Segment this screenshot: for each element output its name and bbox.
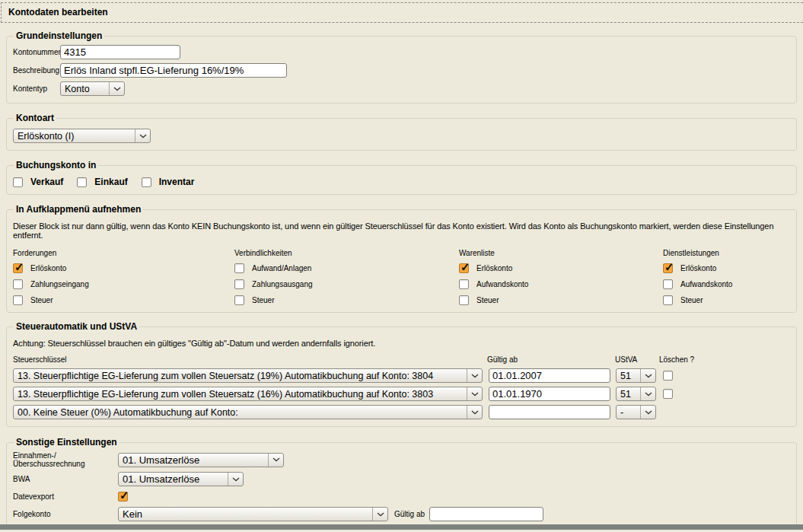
checkbox-label: Aufwand/Anlagen (252, 264, 311, 272)
gueltig-ab-input-2[interactable] (489, 387, 610, 401)
ustva-select-1[interactable]: 51 (616, 368, 656, 383)
folgekonto-gueltig-ab-label: Gültig ab (394, 510, 425, 518)
gueltig-ab-input-1[interactable] (489, 368, 610, 383)
checkbox-forderungen-zahlungseingang[interactable] (13, 279, 23, 289)
euer-select[interactable]: 01. Umsatzerlöse (118, 453, 284, 467)
checkbox-dienstleistungen-aufwandskonto[interactable] (663, 279, 673, 289)
datevexport-label: Datevexport (13, 492, 118, 501)
checkbox-inventar-label: Inventar (159, 177, 195, 187)
beschreibung-label: Beschreibung (13, 66, 60, 75)
checkbox-verbindlichkeiten-steuer[interactable] (234, 295, 244, 305)
kontentyp-select-value: Konto (65, 84, 106, 94)
col-header-ustva: UStVA (615, 355, 637, 364)
folgekonto-gueltig-ab-input[interactable] (429, 507, 543, 521)
section-sonstige-legend: Sonstige Einstellungen (14, 437, 119, 448)
checkbox-verkauf[interactable] (13, 177, 23, 187)
steuerschluessel-select-3[interactable]: 00. Keine Steuer (0%) Automatikbuchung a… (13, 405, 483, 419)
checkbox-label: Zahlungseingang (30, 280, 89, 288)
folgekonto-label: Folgekonto (13, 510, 118, 518)
page-title: Kontodaten bearbeiten (1, 2, 803, 23)
chevron-down-icon (467, 387, 482, 400)
datevexport-checkbox[interactable] (118, 492, 128, 502)
ustva-select-2-value: 51 (620, 389, 637, 400)
chevron-down-icon (228, 473, 243, 486)
ustva-select-3-value: - (620, 407, 637, 418)
checkbox-label: Erlöskonto (476, 264, 512, 272)
footer-bar (0, 524, 803, 530)
section-steuerautomatik: Steuerautomatik und UStVA Achtung: Steue… (6, 321, 797, 427)
checkbox-label: Erlöskonto (30, 264, 66, 272)
steuerschluessel-select-2[interactable]: 13. Steuerpflichtige EG-Lieferung zum vo… (13, 387, 483, 401)
checkbox-label: Aufwandskonto (680, 280, 732, 288)
checkbox-label: Zahlungsausgang (252, 280, 313, 288)
checkbox-dienstleistungen-steuer[interactable] (663, 295, 673, 305)
steuerautomatik-warning: Achtung: Steuerschlüssel brauchen ein gü… (13, 339, 790, 348)
checkbox-inventar[interactable] (142, 177, 151, 187)
section-grundeinstellungen: Grundeinstellungen Kontonummer Beschreib… (6, 30, 797, 104)
bwa-label: BWA (13, 475, 118, 483)
kontoart-select-value: Erlöskonto (I) (18, 131, 132, 142)
loeschen-checkbox-1[interactable] (663, 371, 673, 381)
col-header-gueltig-ab: Gültig ab (487, 355, 518, 364)
section-buchungskonto-legend: Buchungskonto in (14, 160, 98, 170)
checkbox-warenliste-erloeskonto[interactable] (459, 263, 469, 273)
column-dienstleistungen: Dienstleistungen Erlöskonto Aufwandskont… (663, 249, 790, 305)
folgekonto-select[interactable]: Kein (118, 507, 388, 521)
section-sonstige: Sonstige Einstellungen Einnahmen-/Übersc… (6, 437, 797, 529)
gueltig-ab-input-3[interactable] (489, 405, 610, 419)
checkbox-warenliste-steuer[interactable] (459, 295, 469, 305)
column-dienstleistungen-header: Dienstleistungen (663, 249, 790, 257)
checkbox-forderungen-steuer[interactable] (13, 295, 23, 305)
section-kontoart-legend: Kontoart (14, 113, 56, 123)
column-warenliste-header: Warenliste (459, 249, 663, 257)
chevron-down-icon (640, 406, 655, 419)
ustva-select-2[interactable]: 51 (616, 387, 656, 401)
checkbox-label: Steuer (252, 296, 274, 304)
bwa-select[interactable]: 01. Umsatzerlöse (118, 472, 244, 486)
section-steuerautomatik-legend: Steuerautomatik und UStVA (14, 321, 139, 332)
checkbox-forderungen-erloeskonto[interactable] (13, 263, 23, 273)
checkbox-verbindlichkeiten-zahlungsausgang[interactable] (234, 279, 244, 289)
kontentyp-label: Kontentyp (13, 84, 60, 93)
tax-row: 13. Steuerpflichtige EG-Lieferung zum vo… (13, 387, 790, 401)
section-aufklappmenu-legend: In Aufklappmenü aufnehmen (14, 204, 143, 215)
tax-row: 00. Keine Steuer (0%) Automatikbuchung a… (13, 405, 790, 419)
column-verbindlichkeiten-header: Verbindlichkeiten (234, 249, 459, 257)
checkbox-einkauf-label: Einkauf (94, 177, 127, 187)
folgekonto-select-value: Kein (123, 508, 369, 520)
col-header-loeschen: Löschen ? (659, 355, 694, 364)
checkbox-verkauf-label: Verkauf (30, 177, 63, 187)
section-aufklappmenu: In Aufklappmenü aufnehmen Dieser Block i… (6, 204, 797, 313)
section-grundeinstellungen-legend: Grundeinstellungen (14, 30, 104, 41)
chevron-down-icon (640, 369, 655, 382)
kontoart-select[interactable]: Erlöskonto (I) (13, 129, 151, 143)
checkbox-label: Steuer (476, 296, 499, 304)
euer-select-value: 01. Umsatzerlöse (123, 454, 265, 466)
checkbox-label: Steuer (30, 296, 53, 304)
kontonummer-label: Kontonummer (13, 48, 60, 56)
checkbox-warenliste-aufwandskonto[interactable] (459, 279, 469, 289)
checkbox-dienstleistungen-erloeskonto[interactable] (663, 263, 673, 273)
chevron-down-icon (640, 387, 655, 400)
loeschen-checkbox-2[interactable] (663, 389, 673, 399)
ustva-select-3[interactable]: - (616, 405, 656, 419)
checkbox-verbindlichkeiten-aufwand-anlagen[interactable] (234, 263, 244, 273)
chevron-down-icon (135, 129, 150, 142)
steuerschluessel-select-1[interactable]: 13. Steuerpflichtige EG-Lieferung zum vo… (13, 368, 483, 383)
chevron-down-icon (268, 454, 283, 467)
section-buchungskonto: Buchungskonto in Verkauf Einkauf Inventa… (6, 160, 797, 195)
column-forderungen-header: Forderungen (13, 249, 234, 257)
ustva-select-1-value: 51 (620, 371, 637, 381)
kontonummer-input[interactable] (60, 45, 180, 59)
steuerschluessel-select-2-value: 13. Steuerpflichtige EG-Lieferung zum vo… (18, 389, 464, 400)
kontentyp-select[interactable]: Konto (60, 81, 125, 96)
checkbox-label: Aufwandskonto (476, 280, 528, 288)
aufklappmenu-note: Dieser Block ist nur dann gültig, wenn d… (13, 221, 790, 240)
beschreibung-input[interactable] (60, 63, 287, 78)
checkbox-label: Steuer (680, 296, 703, 304)
checkbox-label: Erlöskonto (680, 264, 716, 272)
euer-label: Einnahmen-/Überschussrechnung (13, 451, 118, 468)
section-kontoart: Kontoart Erlöskonto (I) (6, 113, 797, 151)
checkbox-einkauf[interactable] (77, 177, 87, 187)
steuerschluessel-select-3-value: 00. Keine Steuer (0%) Automatikbuchung a… (18, 407, 464, 418)
